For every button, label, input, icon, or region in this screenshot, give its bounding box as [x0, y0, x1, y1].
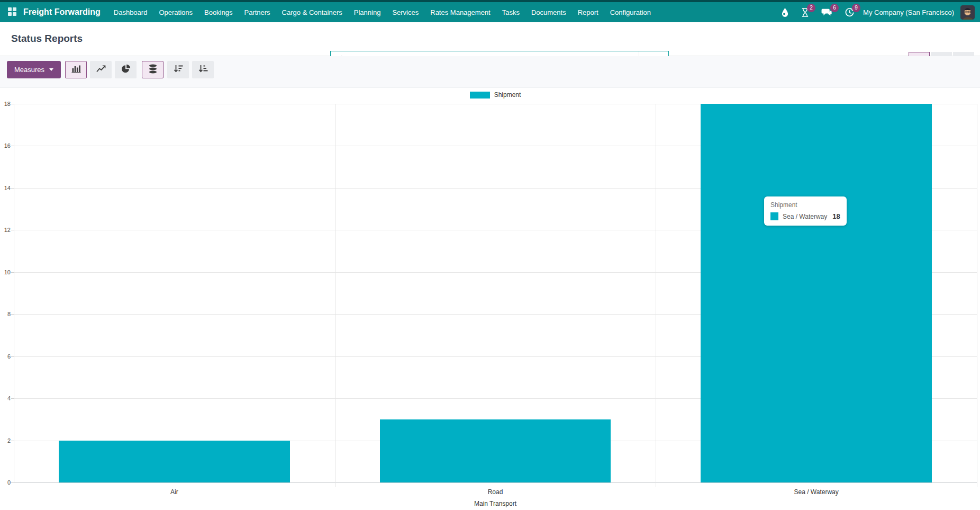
nav-item-bookings[interactable]: Bookings	[198, 2, 238, 22]
y-axis-label: 2	[0, 437, 11, 444]
gridline	[977, 104, 977, 487]
chart-type-line-button[interactable]	[90, 61, 112, 78]
measures-label: Measures	[14, 66, 44, 74]
activity-clock-icon[interactable]: 9	[845, 7, 855, 17]
y-axis-label: 14	[0, 185, 11, 191]
nav-item-documents[interactable]: Documents	[525, 2, 572, 22]
nav-item-rates-management[interactable]: Rates Management	[424, 2, 496, 22]
legend-item[interactable]: Shipment	[470, 91, 521, 99]
bar-air[interactable]	[59, 441, 290, 482]
x-axis-label: Road	[335, 488, 656, 496]
chevron-down-icon	[49, 68, 53, 71]
y-axis-label: 18	[0, 101, 11, 107]
nav-item-report[interactable]: Report	[572, 2, 604, 22]
apps-grid-icon	[7, 7, 17, 18]
sort-desc-button[interactable]	[167, 61, 189, 78]
y-axis-label: 0	[0, 479, 11, 486]
stacked-toggle-button[interactable]	[142, 61, 164, 78]
nav-item-dashboard[interactable]: Dashboard	[108, 2, 153, 22]
nav-item-partners[interactable]: Partners	[238, 2, 276, 22]
page-title: Status Reports	[11, 33, 83, 44]
bar-chart-icon	[71, 65, 81, 75]
bar-sea-waterway[interactable]	[701, 104, 932, 482]
nav-item-planning[interactable]: Planning	[348, 2, 387, 22]
chart-type-bar-button[interactable]	[65, 61, 87, 78]
notification-badge: 2	[807, 4, 815, 12]
gridline	[14, 482, 977, 483]
chart-legend: Shipment	[14, 91, 977, 99]
y-axis-label: 10	[0, 269, 11, 275]
measures-button[interactable]: Measures	[7, 61, 61, 78]
x-axis-label: Air	[14, 488, 335, 496]
sort-ascending-icon	[198, 65, 208, 75]
y-axis-line	[14, 104, 14, 483]
nav-item-tasks[interactable]: Tasks	[496, 2, 525, 22]
chart: Shipment 024681012141618AirRoadSea / Wat…	[0, 88, 980, 510]
x-axis-label: Sea / Waterway	[656, 488, 977, 496]
main-menu: DashboardOperationsBookingsPartnersCargo…	[108, 2, 657, 22]
y-axis-label: 12	[0, 227, 11, 233]
y-axis-label: 6	[0, 353, 11, 360]
top-navbar: Freight Forwarding DashboardOperationsBo…	[0, 0, 980, 22]
nav-item-services[interactable]: Services	[386, 2, 424, 22]
notification-badge: 6	[830, 4, 839, 12]
app-window: Freight Forwarding DashboardOperationsBo…	[0, 0, 980, 510]
y-axis-label: 16	[0, 142, 11, 149]
systray: 2 6 9	[781, 7, 855, 17]
y-axis-label: 4	[0, 395, 11, 401]
messages-icon[interactable]: 6	[821, 7, 833, 17]
hourglass-icon[interactable]: 2	[801, 7, 810, 17]
stack-icon	[149, 64, 157, 75]
legend-swatch	[470, 92, 490, 99]
sort-descending-icon	[174, 65, 183, 75]
nav-item-configuration[interactable]: Configuration	[604, 2, 657, 22]
apps-menu-button[interactable]	[6, 6, 18, 19]
gridline	[335, 104, 335, 487]
chart-toolbar: Measures	[0, 56, 980, 88]
x-axis-title: Main Transport	[14, 500, 977, 507]
bar-road[interactable]	[380, 419, 611, 482]
nav-item-cargo-containers[interactable]: Cargo & Containers	[276, 2, 348, 22]
legend-label: Shipment	[494, 91, 521, 99]
pie-chart-icon	[121, 64, 131, 75]
gridline	[656, 104, 656, 487]
y-axis-label: 8	[0, 311, 11, 317]
notification-badge: 9	[852, 4, 860, 12]
company-menu[interactable]: My Company (San Francisco)	[863, 8, 954, 16]
chart-type-pie-button[interactable]	[115, 61, 137, 78]
sort-asc-button[interactable]	[192, 61, 214, 78]
avatar[interactable]	[960, 5, 975, 20]
app-brand[interactable]: Freight Forwarding	[23, 7, 101, 17]
line-chart-icon	[96, 65, 106, 75]
nav-item-operations[interactable]: Operations	[153, 2, 198, 22]
control-panel: Status Reports	[0, 22, 980, 56]
water-drop-icon[interactable]	[781, 7, 789, 17]
